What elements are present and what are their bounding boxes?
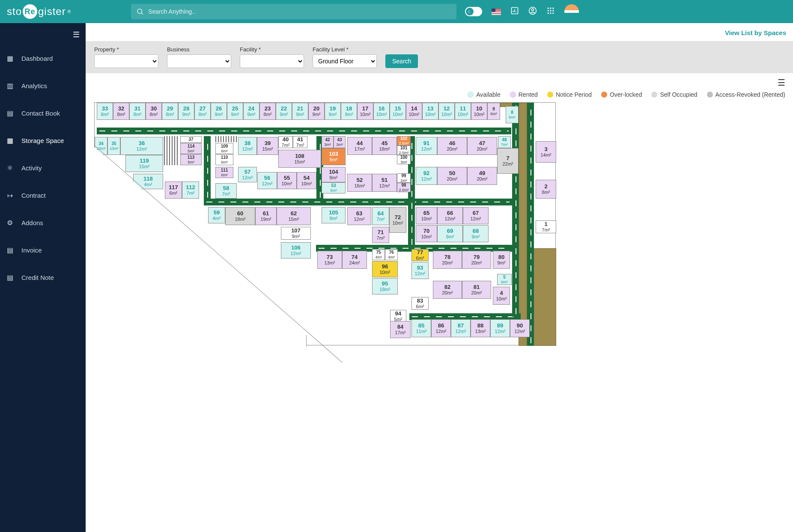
unit-56[interactable]: 5612m² (257, 172, 277, 189)
unit-90[interactable]: 9012m² (510, 319, 530, 337)
unit-119[interactable]: 11915m² (125, 155, 163, 172)
unit-69[interactable]: 699m² (437, 225, 463, 242)
unit-51[interactable]: 5112m² (372, 174, 397, 192)
sidebar-item-storage-space[interactable]: ▦Storage Space (0, 127, 86, 154)
unit-72[interactable]: 7210m² (389, 207, 406, 233)
unit-71[interactable]: 717m² (372, 227, 389, 243)
unit-50[interactable]: 5020m² (437, 167, 467, 185)
avatar[interactable] (564, 4, 579, 19)
unit-60[interactable]: 6018m² (225, 207, 255, 225)
logo[interactable]: sto Re gister ® (7, 4, 71, 19)
unit-82[interactable]: 8220m² (433, 281, 462, 299)
unit-14[interactable]: 1410m² (406, 103, 422, 120)
unit-66[interactable]: 6612m² (437, 207, 463, 224)
unit-3[interactable]: 314m² (536, 141, 556, 163)
unit-58[interactable]: 587m² (215, 183, 237, 199)
unit-52[interactable]: 5216m² (347, 174, 372, 192)
level-select[interactable]: Ground Floor (313, 54, 377, 68)
sidebar-item-activity[interactable]: ⚛Activity (0, 154, 86, 181)
unit-111[interactable]: 1116m² (215, 167, 233, 178)
unit-53[interactable]: 536m² (322, 182, 346, 193)
unit-77[interactable]: 776m² (411, 249, 429, 261)
sidebar-item-contract[interactable]: ↦Contract (0, 181, 86, 209)
user-icon[interactable] (528, 6, 537, 17)
unit-73[interactable]: 7313m² (317, 251, 342, 269)
flag-icon[interactable] (492, 9, 501, 15)
unit-32[interactable]: 328m² (113, 103, 129, 120)
unit-23[interactable]: 238m² (259, 103, 276, 120)
unit-21[interactable]: 219m² (292, 103, 308, 120)
unit-26[interactable]: 269m² (211, 103, 227, 120)
unit-15[interactable]: 1510m² (390, 103, 406, 120)
unit-42[interactable]: 423m² (322, 136, 334, 148)
unit-54[interactable]: 5410m² (297, 172, 316, 189)
unit-79[interactable]: 7920m² (462, 251, 491, 269)
theme-toggle[interactable]: ☾ (465, 7, 482, 16)
unit-117[interactable]: 1176m² (165, 181, 182, 199)
unit-62[interactable]: 6215m² (277, 207, 311, 225)
property-select[interactable] (94, 54, 158, 68)
unit-47[interactable]: 4720m² (467, 137, 497, 155)
sidebar-item-credit-note[interactable]: ▤Credit Note (0, 264, 86, 291)
unit-102[interactable]: 1022.5m² (397, 136, 411, 146)
unit-37[interactable]: 37 (180, 136, 202, 143)
unit-63[interactable]: 6312m² (347, 207, 371, 225)
unit-10[interactable]: 1010m² (471, 103, 487, 120)
unit-85[interactable]: 8511m² (411, 319, 431, 337)
sidebar-item-dashboard[interactable]: ▦Dashboard (0, 45, 86, 72)
unit-81[interactable]: 8120m² (462, 281, 491, 299)
unit-84[interactable]: 8417m² (390, 321, 411, 338)
unit-46[interactable]: 4620m² (437, 137, 467, 155)
unit-59[interactable]: 594m² (208, 207, 225, 223)
unit-45[interactable]: 4518m² (372, 137, 397, 155)
unit-18[interactable]: 189m² (341, 103, 357, 120)
sidebar-item-invoice[interactable]: ▤Invoice (0, 236, 86, 264)
unit-109[interactable]: 1096m² (215, 143, 233, 154)
unit-9[interactable]: 96m² (487, 103, 500, 120)
unit-103[interactable]: 1038m² (322, 148, 346, 165)
unit-108[interactable]: 10815m² (278, 150, 321, 168)
apps-icon[interactable] (546, 6, 555, 17)
facility-select[interactable] (240, 54, 304, 68)
unit-110[interactable]: 1106m² (215, 154, 233, 165)
unit-107[interactable]: 1079m² (281, 227, 311, 240)
chart-icon[interactable] (510, 6, 519, 17)
unit-70[interactable]: 7010m² (416, 225, 437, 242)
unit-78[interactable]: 7820m² (433, 251, 462, 269)
unit-91[interactable]: 9112m² (416, 137, 437, 155)
unit-43[interactable]: 433m² (334, 136, 346, 148)
unit-12[interactable]: 1210m² (438, 103, 455, 120)
unit-20[interactable]: 209m² (308, 103, 325, 120)
unit-96[interactable]: 9610m² (372, 261, 398, 277)
unit-76[interactable]: 764m² (385, 249, 398, 260)
unit-100[interactable]: 1003m² (397, 155, 411, 164)
sidebar-toggle-icon[interactable]: ☰ (73, 30, 80, 39)
unit-113[interactable]: 1135m² (180, 154, 202, 165)
unit-65[interactable]: 6510m² (416, 207, 437, 224)
unit-27[interactable]: 278m² (194, 103, 211, 120)
unit-36[interactable]: 3612m² (120, 137, 163, 155)
unit-87[interactable]: 8712m² (451, 319, 471, 337)
unit-61[interactable]: 6119m² (255, 207, 277, 225)
unit-4[interactable]: 410m² (493, 287, 510, 305)
sidebar-item-analytics[interactable]: ▥Analytics (0, 72, 86, 99)
unit-7[interactable]: 722m² (497, 148, 519, 174)
unit-57[interactable]: 5712m² (238, 167, 257, 182)
unit-19[interactable]: 199m² (325, 103, 341, 120)
unit-8[interactable]: 86m² (506, 106, 519, 123)
unit-13[interactable]: 1310m² (422, 103, 438, 120)
unit-34[interactable]: 3410m² (95, 137, 107, 155)
unit-38[interactable]: 3812m² (238, 137, 257, 155)
unit-99[interactable]: 992m² (397, 173, 411, 183)
search-input[interactable] (131, 4, 456, 19)
unit-88[interactable]: 8813m² (471, 319, 490, 337)
unit-118[interactable]: 1184m² (133, 174, 163, 189)
unit-41[interactable]: 417m² (293, 136, 307, 148)
unit-22[interactable]: 229m² (276, 103, 292, 120)
unit-24[interactable]: 249m² (243, 103, 259, 120)
unit-11[interactable]: 1110m² (455, 103, 471, 120)
unit-98[interactable]: 982.5m² (397, 183, 411, 192)
view-list-link[interactable]: View List by Spaces (725, 29, 786, 36)
unit-2[interactable]: 28m² (536, 180, 556, 199)
business-select[interactable] (167, 54, 231, 68)
